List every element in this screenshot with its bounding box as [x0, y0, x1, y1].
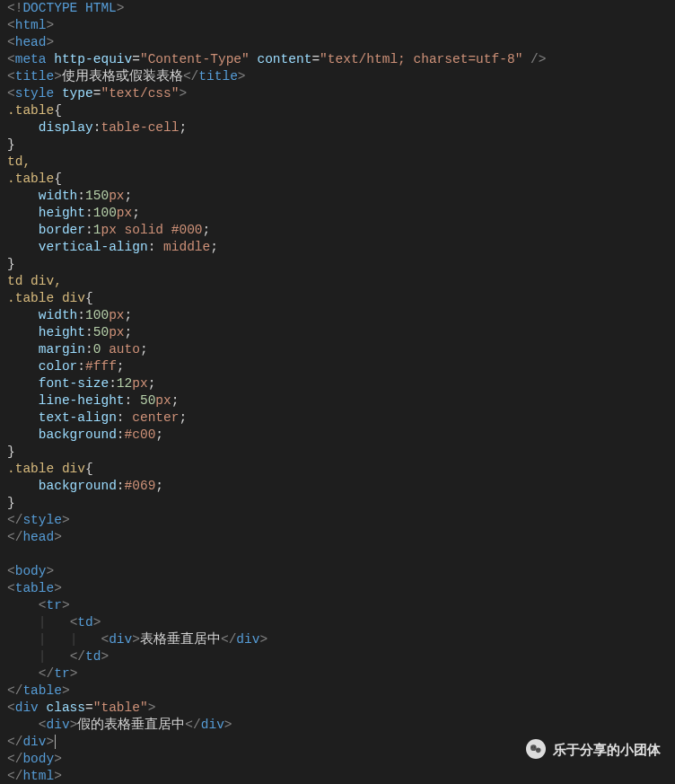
code-line: <title>使用表格或假装表格</title> [7, 69, 246, 84]
code-line: display:table-cell; [7, 120, 187, 135]
code-line: <!DOCTYPE HTML> [7, 1, 125, 15]
code-line: </head> [7, 530, 62, 544]
code-line: } [7, 257, 15, 271]
code-line: vertical-align: middle; [7, 240, 218, 254]
code-line: <div>假的表格垂直居中</div> [7, 718, 232, 732]
watermark-text: 乐于分享的小团体 [553, 741, 661, 758]
code-line: font-size:12px; [7, 376, 155, 391]
code-line: td div, [7, 274, 62, 288]
code-line: <tr> [7, 598, 70, 612]
code-line: | <td> [7, 615, 101, 630]
code-line: background:#069; [7, 479, 163, 493]
code-line: <div class="table"> [7, 700, 155, 715]
svg-point-2 [531, 746, 532, 747]
code-line: | | <div>表格垂直居中</div> [7, 632, 267, 647]
code-line: background:#c00; [7, 427, 163, 442]
code-line: text-align: center; [7, 410, 187, 425]
code-line: } [7, 496, 15, 510]
code-line: color:#fff; [7, 359, 125, 374]
code-line: <meta http-equiv="Content-Type" content=… [7, 52, 546, 66]
watermark: 乐于分享的小团体 [526, 739, 661, 759]
code-line: border:1px solid #000; [7, 223, 210, 237]
code-line: | </td> [7, 649, 109, 664]
svg-point-3 [534, 746, 535, 747]
svg-point-5 [539, 749, 539, 750]
code-line: <body> [7, 564, 54, 578]
code-line [7, 547, 15, 561]
code-line: line-height: 50px; [7, 393, 179, 408]
code-line: </tr> [7, 666, 77, 681]
code-line: </table> [7, 683, 70, 698]
code-line: <html> [7, 18, 54, 32]
code-line: </html> [7, 769, 62, 783]
svg-point-0 [530, 744, 537, 751]
code-line: td, [7, 154, 31, 169]
code-line: .table div{ [7, 291, 93, 305]
code-line: </style> [7, 513, 70, 527]
svg-point-1 [536, 748, 541, 753]
code-line: width:100px; [7, 308, 132, 322]
code-line: </div> [7, 735, 56, 749]
code-line: </body> [7, 752, 62, 766]
svg-point-4 [537, 749, 538, 750]
code-line: height:50px; [7, 325, 132, 339]
code-line: .table{ [7, 103, 62, 118]
code-line: .table{ [7, 172, 62, 186]
code-line: margin:0 auto; [7, 342, 148, 357]
code-line: <table> [7, 581, 62, 595]
code-line: width:150px; [7, 189, 132, 203]
code-line: .table div{ [7, 462, 93, 476]
code-line: <style type="text/css"> [7, 86, 187, 101]
code-editor[interactable]: <!DOCTYPE HTML> <html> <head> <meta http… [0, 0, 675, 784]
code-line: } [7, 445, 15, 459]
wechat-icon [526, 739, 546, 759]
code-line: <head> [7, 35, 54, 49]
code-line: } [7, 137, 15, 152]
text-cursor [55, 735, 56, 749]
code-line: height:100px; [7, 206, 140, 220]
